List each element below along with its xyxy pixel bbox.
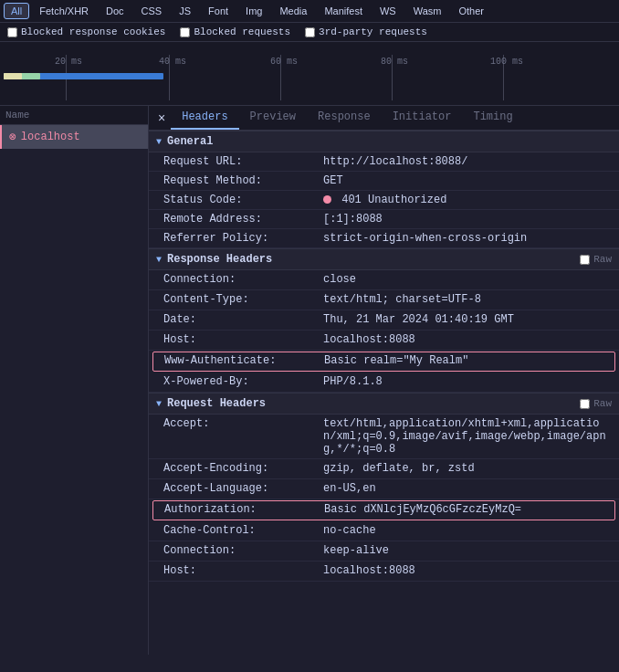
right-panel: × Headers Preview Response Initiator Tim… <box>149 106 619 655</box>
left-panel: Name ⊗ localhost <box>0 106 149 655</box>
ruler-60ms: 60 ms <box>270 57 298 67</box>
resp-row-connection: Connection: close <box>149 270 619 290</box>
req-row-accept-language: Accept-Language: en-US,en <box>149 479 619 499</box>
request-header-rows: Accept: text/html,application/xhtml+xml,… <box>149 415 619 582</box>
filter-btn-other[interactable]: Other <box>451 3 491 19</box>
tab-preview[interactable]: Preview <box>239 106 307 130</box>
filter-btn-doc[interactable]: Doc <box>99 3 131 19</box>
vline-5 <box>503 55 504 100</box>
timeline-bars: 20 ms 40 ms 60 ms 80 ms 100 ms <box>2 55 619 100</box>
general-triangle: ▼ <box>156 137 162 147</box>
req-row-host: Host: localhost:8088 <box>149 562 619 582</box>
ruler-100ms: 100 ms <box>490 57 523 67</box>
resp-row-content-type: Content-Type: text/html; charset=UTF-8 <box>149 290 619 310</box>
req-row-connection: Connection: keep-alive <box>149 541 619 562</box>
filter-bar: AllFetch/XHRDocCSSJSFontImgMediaManifest… <box>0 0 619 23</box>
ruler-80ms: 80 ms <box>381 57 408 67</box>
resp-row-www-authenticate: Www-Authenticate: Basic realm="My Realm" <box>152 352 615 372</box>
general-row-remote: Remote Address: [:1]:8088 <box>149 210 619 229</box>
content-area[interactable]: ▼ General Request URL: http://localhost:… <box>149 131 619 655</box>
blocked-cookies-label: Blocked response cookies <box>21 26 165 37</box>
main-area: Name ⊗ localhost × Headers Preview Respo… <box>0 106 619 655</box>
vline-3 <box>280 55 281 100</box>
tab-headers[interactable]: Headers <box>171 106 238 130</box>
resp-row-x-powered-by: X-Powered-By: PHP/8.1.8 <box>149 373 619 393</box>
error-icon: ⊗ <box>9 130 16 144</box>
filter-btn-all[interactable]: All <box>4 3 29 19</box>
general-title: General <box>167 135 213 148</box>
general-row-status: Status Code: 401 Unauthorized <box>149 191 619 210</box>
response-headers-section-header[interactable]: ▼ Response Headers Raw <box>149 248 619 270</box>
req-row-cache-control: Cache-Control: no-cache <box>149 521 619 541</box>
filter-btn-wasm[interactable]: Wasm <box>406 3 449 19</box>
blocked-cookies-checkbox[interactable]: Blocked response cookies <box>7 26 165 37</box>
left-panel-header: Name <box>0 106 148 125</box>
general-section-header[interactable]: ▼ General <box>149 131 619 152</box>
filter-btn-js[interactable]: JS <box>172 3 198 19</box>
request-headers-section-header[interactable]: ▼ Request Headers Raw <box>149 393 619 415</box>
ruler-40ms: 40 ms <box>159 57 186 67</box>
request-raw-checkbox[interactable]: Raw <box>580 398 612 409</box>
blocked-requests-label: Blocked requests <box>194 26 290 37</box>
general-row-referrer: Referrer Policy: strict-origin-when-cros… <box>149 229 619 248</box>
tab-timing[interactable]: Timing <box>462 106 523 130</box>
checkbox-bar: Blocked response cookies Blocked request… <box>0 23 619 42</box>
request-headers-title: Request Headers <box>167 397 266 410</box>
network-item-localhost[interactable]: ⊗ localhost <box>0 125 148 149</box>
general-row-method: Request Method: GET <box>149 172 619 191</box>
close-button[interactable]: × <box>152 107 171 129</box>
response-raw-checkbox[interactable]: Raw <box>580 254 612 265</box>
response-headers-title: Response Headers <box>167 253 272 266</box>
response-headers-triangle: ▼ <box>156 255 162 265</box>
req-row-accept: Accept: text/html,application/xhtml+xml,… <box>149 415 619 459</box>
tab-initiator[interactable]: Initiator <box>382 106 463 130</box>
status-dot <box>323 195 331 204</box>
vline-4 <box>392 55 393 100</box>
filter-btn-fetch-xhr[interactable]: Fetch/XHR <box>32 3 96 19</box>
general-rows: Request URL: http://localhost:8088/ Requ… <box>149 152 619 248</box>
blocked-requests-checkbox[interactable]: Blocked requests <box>180 26 290 37</box>
tab-response[interactable]: Response <box>307 106 382 130</box>
filter-btn-manifest[interactable]: Manifest <box>317 3 370 19</box>
response-header-rows: Connection: close Content-Type: text/htm… <box>149 270 619 393</box>
resp-row-host: Host: localhost:8088 <box>149 331 619 351</box>
third-party-checkbox[interactable]: 3rd-party requests <box>305 26 427 37</box>
resp-row-date: Date: Thu, 21 Mar 2024 01:40:19 GMT <box>149 310 619 331</box>
tabs-bar: × Headers Preview Response Initiator Tim… <box>149 106 619 131</box>
filter-btn-ws[interactable]: WS <box>372 3 404 19</box>
filter-btn-font[interactable]: Font <box>201 3 236 19</box>
req-row-accept-encoding: Accept-Encoding: gzip, deflate, br, zstd <box>149 459 619 479</box>
timeline: 20 ms 40 ms 60 ms 80 ms 100 ms <box>0 42 619 106</box>
filter-btn-css[interactable]: CSS <box>134 3 170 19</box>
request-headers-triangle: ▼ <box>156 399 162 409</box>
filter-btn-media[interactable]: Media <box>272 3 314 19</box>
vline-2 <box>169 55 170 100</box>
filter-btn-img[interactable]: Img <box>238 3 269 19</box>
third-party-label: 3rd-party requests <box>319 26 427 37</box>
req-row-authorization: Authorization: Basic dXNlcjEyMzQ6cGFzczE… <box>152 500 615 520</box>
general-row-url: Request URL: http://localhost:8088/ <box>149 152 619 172</box>
timeline-bar-yellow <box>4 73 22 79</box>
ruler-20ms: 20 ms <box>55 57 82 67</box>
